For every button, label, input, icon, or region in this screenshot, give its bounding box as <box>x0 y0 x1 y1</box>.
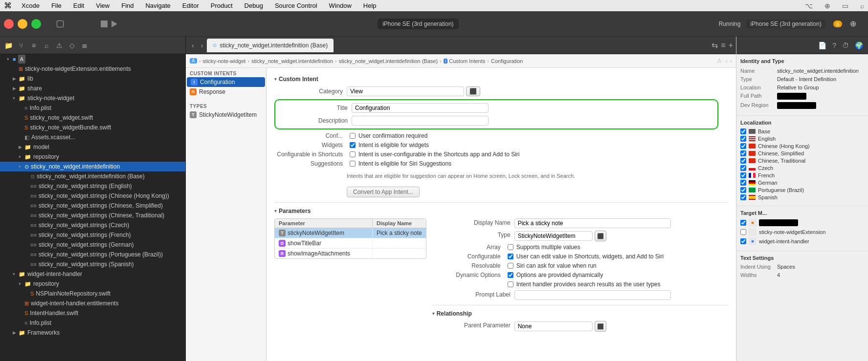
split-editor-icon[interactable]: ⇆ <box>712 41 718 50</box>
menu-debug[interactable]: Debug <box>243 2 265 9</box>
strings-simplified[interactable]: ≡≡ sticky_note_widget.strings (Chinese, … <box>0 201 185 211</box>
intent-handler-checkbox[interactable] <box>508 281 513 287</box>
menu-edit[interactable]: Edit <box>71 2 86 9</box>
menu-help[interactable]: Help <box>361 2 378 9</box>
breadcrumb-base-item[interactable]: sticky_note_widget.intentdefinition (Bas… <box>339 58 438 64</box>
scheme-selector[interactable]: iPhone SE (3rd generation) <box>378 19 458 29</box>
loc-base-checkbox[interactable] <box>740 128 746 134</box>
prompt-input[interactable] <box>514 290 671 300</box>
menu-editor[interactable]: Editor <box>180 2 201 9</box>
repository-folder-2[interactable]: ▾ 📁 repository <box>0 279 185 289</box>
param-row-1[interactable]: T stickyNoteWidgetItem Pick a sticky not… <box>275 228 426 238</box>
array-checkbox[interactable] <box>508 244 513 250</box>
param-row-3[interactable]: B showImageAttachments <box>275 249 426 258</box>
add-tab-button[interactable]: + <box>729 41 733 50</box>
source-control-sidebar-icon[interactable]: ⑂ <box>16 40 26 51</box>
category-input[interactable] <box>347 86 464 96</box>
parameters-section-header[interactable]: ▾ Parameters <box>274 208 728 214</box>
intent-definition-file[interactable]: ▾ ⊙ sticky_note_widget.intentdefinition <box>0 162 185 171</box>
loc-czech-checkbox[interactable] <box>740 165 746 171</box>
history-icon[interactable]: ⏱ <box>840 41 851 50</box>
loc-spanish-checkbox[interactable] <box>740 194 746 200</box>
forward-button[interactable]: › <box>198 41 206 50</box>
widgets-checkbox[interactable] <box>350 142 356 148</box>
sidebar-toggle-btn[interactable] <box>57 21 64 27</box>
parent-input[interactable] <box>514 321 593 331</box>
swift-file-1[interactable]: S sticky_note_widget.swift <box>0 113 185 123</box>
loc-german-checkbox[interactable] <box>740 180 746 186</box>
active-tab[interactable]: ⊙ sticky_note_widget.intentdefinition (B… <box>207 39 334 52</box>
strings-english[interactable]: ≡≡ sticky_note_widget.strings (English) <box>0 181 185 191</box>
relationship-section-header[interactable]: ▾ Relationship <box>432 310 728 317</box>
breadcrumb-nav-forward[interactable]: › <box>730 58 732 64</box>
find-sidebar-icon[interactable]: ⌕ <box>41 40 52 51</box>
menu-find[interactable]: Find <box>119 2 135 9</box>
shortcuts-checkbox[interactable] <box>350 151 356 157</box>
sticky-note-widget-folder[interactable]: ▾ 📁 sticky-note-widget <box>0 93 185 103</box>
debug-sidebar-icon[interactable]: ≣ <box>79 40 90 51</box>
sticky-note-type-item[interactable]: T StickyNoteWidgetItem <box>186 110 266 120</box>
search-menu-icon[interactable]: ⌕ <box>860 2 864 10</box>
run-button[interactable] <box>111 21 117 27</box>
toolbar-right-icon[interactable]: ⊕ <box>850 19 856 28</box>
widget-intent-handler-folder[interactable]: ▾ 📁 widget-intent-handler <box>0 269 185 279</box>
quick-help-icon[interactable]: ? <box>830 41 838 50</box>
wifi-icon[interactable]: ⊕ <box>824 2 830 10</box>
breadcrumb-warning-icon[interactable]: ⚠ <box>717 58 722 64</box>
swift-file-2[interactable]: S sticky_note_widgetBundle.swift <box>0 123 185 132</box>
strings-hk[interactable]: ≡≡ sticky_note_widget.strings (Chinese (… <box>0 191 185 201</box>
test-sidebar-icon[interactable]: ◇ <box>67 40 77 51</box>
localization-panel-icon[interactable]: 🌍 <box>853 41 865 50</box>
menu-file[interactable]: File <box>49 2 64 9</box>
loc-chinese-simplified-checkbox[interactable] <box>740 150 746 156</box>
apple-menu[interactable]: ⌘ <box>4 1 12 10</box>
breadcrumb-custom-intents[interactable]: I Custom Intents <box>444 58 486 64</box>
parent-stepper[interactable]: ⬛ <box>595 321 606 332</box>
configurable-checkbox[interactable] <box>508 254 513 259</box>
bluetooth-icon[interactable]: ⌥ <box>805 2 813 10</box>
intent-base-file[interactable]: ⊙ sticky_note_widget.intentdefinition (B… <box>0 171 185 181</box>
file-info-icon[interactable]: 📄 <box>816 41 828 50</box>
stop-button[interactable] <box>101 21 108 27</box>
strings-german[interactable]: ≡≡ sticky_note_widget.strings (German) <box>0 240 185 250</box>
param-row-2[interactable]: B showTitleBar <box>275 238 426 249</box>
widget-entitlements[interactable]: ⊞ widget-intent-handler.entitlements <box>0 298 185 308</box>
minimize-button[interactable] <box>18 19 27 29</box>
target-1-checkbox[interactable] <box>740 220 746 226</box>
resolvable-checkbox[interactable] <box>508 263 513 269</box>
suggestions-checkbox[interactable] <box>350 161 356 167</box>
breadcrumb-intentdef-item[interactable]: sticky_note_widget.intentdefinition <box>251 58 333 64</box>
bookmark-icon[interactable]: ≡ <box>28 40 39 51</box>
title-input[interactable] <box>352 103 489 113</box>
battery-icon[interactable]: ▭ <box>842 2 848 10</box>
menu-navigate[interactable]: Navigate <box>143 2 172 9</box>
breadcrumb-widget-item[interactable]: sticky-note-widget <box>202 58 245 64</box>
repository-folder-1[interactable]: ▾ 📁 repository <box>0 152 185 162</box>
target-3-checkbox[interactable] <box>740 238 746 244</box>
convert-to-app-intent-button[interactable]: Convert to App Intent... <box>347 187 420 197</box>
entitlements-file[interactable]: ⊞ sticky-note-widgetExtension.entitlemen… <box>0 64 185 74</box>
description-input[interactable] <box>352 116 489 126</box>
target-2-checkbox[interactable] <box>740 229 746 235</box>
strings-czech[interactable]: ≡≡ sticky_note_widget.strings (Czech) <box>0 220 185 230</box>
strings-french[interactable]: ≡≡ sticky_note_widget.strings (French) <box>0 230 185 240</box>
folder-icon[interactable]: 📁 <box>3 40 14 51</box>
lib-folder[interactable]: ▶ 📁 lib <box>0 74 185 84</box>
strings-brazil[interactable]: ≡≡ sticky_note_widget.strings (Portugues… <box>0 250 185 259</box>
menu-view[interactable]: View <box>94 2 111 9</box>
custom-intent-section-header[interactable]: ▾ Custom Intent <box>274 76 728 83</box>
type-stepper[interactable]: ⬛ <box>595 231 606 241</box>
strings-traditional[interactable]: ≡≡ sticky_note_widget.strings (Chinese, … <box>0 211 185 220</box>
plain-note-repo[interactable]: S NSPlainNoteRepository.swift <box>0 289 185 298</box>
category-stepper[interactable]: ⬛ <box>466 86 480 96</box>
menu-product[interactable]: Product <box>209 2 235 9</box>
warning-sidebar-icon[interactable]: ⚠ <box>54 40 65 51</box>
response-panel-item[interactable]: R Response <box>186 87 266 97</box>
frameworks-folder[interactable]: ▶ 📁 Frameworks <box>0 328 185 338</box>
share-folder[interactable]: ▶ 📁 share <box>0 84 185 93</box>
info-plist-2[interactable]: ≡ Info.plist <box>0 318 185 328</box>
editor-options-icon[interactable]: ≡ <box>721 41 725 50</box>
maximize-button[interactable] <box>31 19 41 29</box>
configuration-panel-item[interactable]: I Configuration <box>187 77 265 87</box>
confirmation-checkbox[interactable] <box>350 133 356 139</box>
